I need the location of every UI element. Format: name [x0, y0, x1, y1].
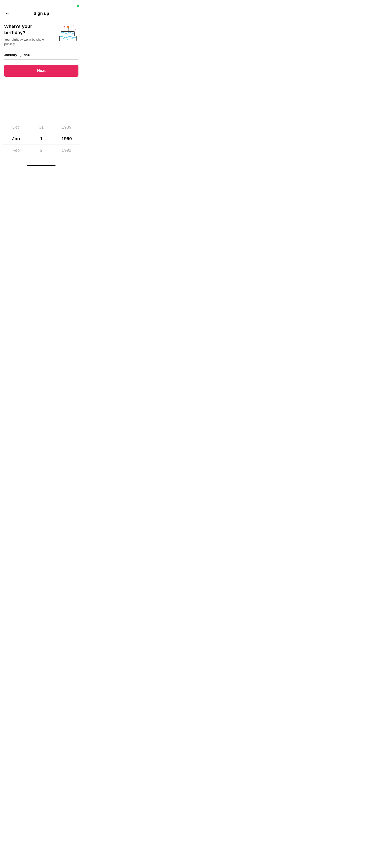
picker-month-selected: Jan	[3, 136, 29, 142]
svg-text:✦: ✦	[73, 25, 74, 27]
next-button[interactable]: Next	[4, 65, 79, 77]
picker-row-next[interactable]: Feb 2 1991	[3, 145, 79, 156]
birthday-section: When's your birthday? Your birthday won'…	[4, 24, 79, 46]
status-dot	[77, 5, 79, 7]
picker-year-next: 1991	[54, 148, 79, 153]
status-bar	[0, 0, 83, 9]
birthday-title: When's your birthday?	[4, 24, 54, 36]
header: ← Sign up	[0, 9, 83, 19]
svg-rect-5	[67, 28, 69, 32]
picker-day-prev: 31	[29, 125, 54, 130]
back-button[interactable]: ←	[3, 10, 11, 17]
cake-icon: ✦ ✦ ✦	[57, 24, 79, 42]
picker-divider-bottom	[7, 156, 76, 156]
birthday-text: When's your birthday? Your birthday won'…	[4, 24, 57, 46]
svg-text:✦: ✦	[63, 25, 66, 28]
picker-year-selected: 1990	[54, 136, 79, 142]
picker-month-next: Feb	[3, 148, 29, 153]
svg-point-8	[63, 38, 64, 39]
date-value: January 1, 1990	[4, 53, 79, 60]
picker-day-selected: 1	[29, 136, 54, 142]
picker-container[interactable]: Dec 31 1989 Jan 1 1990 Feb 2 1991	[0, 122, 83, 156]
home-indicator	[27, 165, 56, 166]
picker-day-next: 2	[29, 148, 54, 153]
birthday-subtitle: Your birthday won't be shown publicly.	[4, 37, 54, 46]
picker-year-prev: 1989	[54, 125, 79, 130]
main-content: When's your birthday? Your birthday won'…	[0, 19, 83, 84]
picker-row-prev[interactable]: Dec 31 1989	[3, 122, 79, 133]
date-field-container[interactable]: January 1, 1990	[4, 53, 79, 60]
picker-row-selected[interactable]: Jan 1 1990	[3, 133, 79, 145]
page-title: Sign up	[33, 11, 49, 16]
picker-month-prev: Dec	[3, 125, 29, 130]
svg-text:✦: ✦	[74, 29, 76, 31]
svg-point-10	[72, 38, 73, 39]
svg-point-9	[67, 39, 68, 40]
